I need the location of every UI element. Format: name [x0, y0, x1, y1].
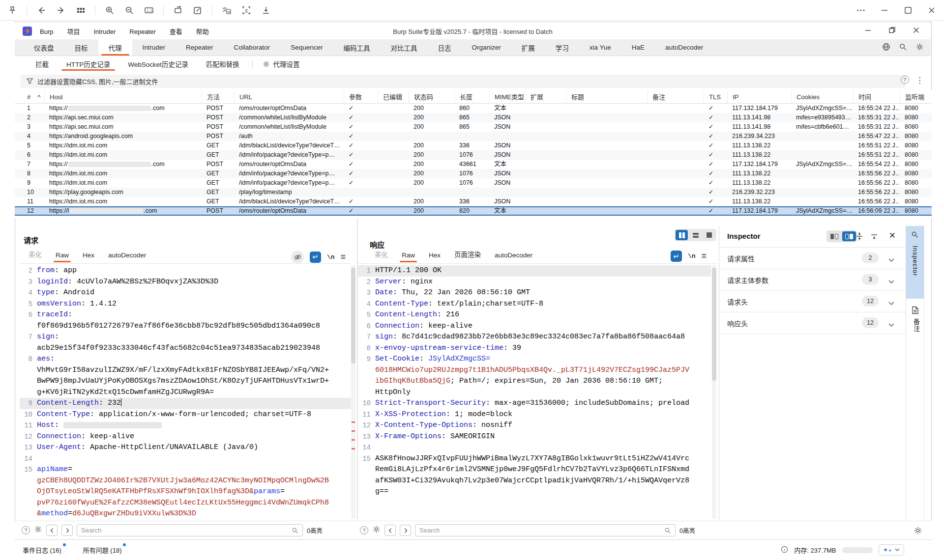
kebab-menu-icon[interactable]: ⋮ [915, 75, 924, 85]
inspector-section-请求主体参数[interactable]: 请求主体参数3 [719, 269, 906, 291]
menu-Burp[interactable]: Burp [40, 28, 53, 35]
history-row-7[interactable]: 7https://.comPOST/oms/router/optOmsData✓… [15, 160, 932, 169]
main-tab-xia Yue[interactable]: xia Yue [579, 39, 621, 56]
request-line-wrap[interactable]: &method=d6JuQBxgwrZHDu9iVXXulw%3D%3D [20, 508, 351, 520]
column-header-TLS[interactable]: TLS [704, 90, 727, 103]
response-tab-Hex[interactable]: Hex [422, 252, 447, 262]
more-icon[interactable] [856, 5, 866, 16]
request-line-wrap[interactable]: OjOTsyLeoStWlRQ5eKATFHbPfRsXFSXhWf9hIOXl… [20, 486, 351, 498]
ai-button[interactable]: ✦✦ [879, 544, 904, 556]
layout-columns-button[interactable] [676, 230, 688, 240]
search-prev-button[interactable] [46, 525, 58, 536]
main-tab-Collaborator[interactable]: Collaborator [224, 39, 281, 56]
chevron-down-icon[interactable] [888, 255, 894, 264]
response-line-wrap[interactable]: RemGi8LAjLzPfx4r6riml2VSMNEjp0weJ9FgQ5Fd… [358, 464, 711, 476]
inspector-section-请求属性[interactable]: 请求属性2 [719, 248, 906, 269]
main-tab-HaE[interactable]: HaE [621, 39, 655, 56]
window-close-icon[interactable] [913, 27, 920, 36]
response-line-wrap[interactable]: afKSW03I+Ci329Avukqh7Lv2p3e07WajcrCCptlp… [358, 476, 711, 487]
response-line-1[interactable]: 1HTTP/1.1 200 OK [358, 265, 711, 277]
inspector-close-icon[interactable]: ✕ [889, 230, 896, 241]
history-row-1[interactable]: 1https://.comPOST/oms/router/optOmsData✓… [15, 104, 932, 113]
help-icon[interactable]: ? [901, 76, 909, 84]
main-tab-学习[interactable]: 学习 [545, 39, 579, 56]
request-line-wrap[interactable]: acb29e15f34f0f9233c333046cf43fac5682c04c… [20, 343, 351, 354]
menu-项目[interactable]: 项目 [67, 28, 80, 35]
request-line-3[interactable]: 3loginId: 4cUVlo7aAW%2BSz%2FBOqvxjZA%3D%… [20, 277, 351, 288]
inspector-section-响应头[interactable]: 响应头12 [719, 312, 906, 334]
response-tab-Raw[interactable]: Raw [395, 252, 422, 262]
back-icon[interactable] [36, 5, 47, 16]
proxy-tab-WebSocket历史记录[interactable]: WebSocket历史记录 [119, 56, 197, 72]
column-header-MIME类型[interactable]: MIME类型 [489, 90, 525, 103]
filter-bar[interactable]: 过滤器设置隐藏CSS, 图片,一般二进制文件 [21, 75, 906, 88]
column-header-Cookies[interactable]: Cookies [791, 90, 853, 103]
column-header-已编辑[interactable]: 已编辑 [378, 90, 409, 103]
response-tab-autoDecoder[interactable]: autoDecoder [488, 252, 539, 262]
request-line-9[interactable]: 9Content-Length: 232 [20, 398, 351, 409]
history-row-9[interactable]: 9https://idm.iot.mi.comGET/idm/info/pack… [15, 178, 932, 188]
request-line-13[interactable]: 13User-Agent: Apache-HttpClient/UNAVAILA… [20, 442, 351, 453]
response-line-wrap[interactable]: g== [358, 486, 711, 498]
main-tab-编码工具[interactable]: 编码工具 [333, 39, 380, 56]
minimize-icon[interactable] [879, 5, 890, 16]
history-row-12[interactable]: 12https://l.comPOST/oms/router/optOmsDat… [15, 206, 932, 216]
gear-icon[interactable] [914, 526, 922, 537]
request-line-8[interactable]: 8aes: [20, 354, 351, 365]
history-row-2[interactable]: 2https://api.sec.miui.comPOST/common/whi… [15, 113, 932, 122]
response-line-12[interactable]: 12X-Content-Type-Options: nosniff [358, 420, 711, 431]
proxy-settings-tab[interactable]: 代理设置 [257, 56, 306, 72]
help-icon[interactable]: ? [22, 526, 30, 534]
request-line-4[interactable]: 4type: Android [20, 287, 351, 299]
editor-menu-icon[interactable]: ≡ [702, 251, 707, 261]
main-tab-代理[interactable]: 代理 [98, 39, 132, 56]
inspector-section-请求头[interactable]: 请求头12 [719, 291, 906, 312]
main-tab-Organizer[interactable]: Organizer [461, 39, 511, 56]
column-header-URL[interactable]: URL [234, 90, 344, 103]
globe-icon[interactable] [882, 43, 890, 53]
column-header-参数[interactable]: 参数 [344, 90, 378, 103]
close-icon[interactable] [926, 5, 937, 16]
history-header-row[interactable]: #^Host方法URL参数已编辑状态码长度MIME类型扩展标题备注TLSIPCo… [15, 90, 932, 104]
history-row-6[interactable]: 6https://idm.iot.mi.comGET/idm/info/pack… [15, 150, 932, 160]
response-line-wrap[interactable]: 6018HMCWio7up2RUJzmpg7t1B1hADU5PbqsXB4Qv… [358, 365, 711, 376]
history-row-10[interactable]: 10https://play.googleapis.comGET/play/lo… [15, 188, 932, 197]
response-line-14[interactable]: 14 [358, 442, 711, 453]
response-tab-页面渲染[interactable]: 页面渲染 [447, 249, 488, 262]
menu-Intruder[interactable]: Intruder [93, 28, 116, 35]
column-header-长度[interactable]: 长度 [454, 90, 489, 103]
response-line-7[interactable]: 7sign: 8c7d41c9cdad9823bb72e6bb83e3c89ec… [358, 332, 711, 343]
request-line-2[interactable]: 2from: app [20, 265, 351, 277]
request-tab-autoDecoder[interactable]: autoDecoder [101, 252, 153, 262]
main-tab-Repeater[interactable]: Repeater [176, 39, 224, 56]
request-line-wrap[interactable]: f0f869d196b5f012726797ea7f86f6e36cbb87bc… [20, 321, 351, 332]
request-line-6[interactable]: 6traceId: [20, 309, 351, 321]
inspector-left-pane-button[interactable] [827, 231, 841, 241]
history-row-11[interactable]: 11https://idm.iot.mi.comGET/idm/blackLis… [15, 197, 932, 206]
request-tab-Hex[interactable]: Hex [76, 252, 101, 262]
chevron-down-icon[interactable] [888, 277, 894, 286]
request-line-wrap[interactable]: gzCBEh8UQDDTZWzJO406Ir%2B7VXUtJjw3a6Moz4… [20, 476, 351, 487]
response-editor[interactable]: 1HTTP/1.1 200 OK2Server: nginx3Date: Thu… [358, 265, 711, 498]
pin-icon[interactable] [7, 5, 18, 16]
main-tab-目标[interactable]: 目标 [64, 39, 98, 56]
editor-menu-icon[interactable]: ≡ [341, 252, 346, 262]
response-line-11[interactable]: 11X-XSS-Protection: 1; mode=block [358, 409, 711, 420]
app-grid-icon[interactable] [75, 5, 86, 16]
inspector-right-pane-button[interactable] [842, 231, 856, 241]
response-line-4[interactable]: 4Content-Type: text/plain;charset=UTF-8 [358, 299, 711, 310]
column-header-方法[interactable]: 方法 [202, 90, 234, 103]
actual-size-icon[interactable]: 1:1 [144, 5, 154, 16]
response-line-wrap[interactable]: HttpOnly [358, 387, 711, 398]
response-line-5[interactable]: 5Content-Length: 216 [358, 309, 711, 321]
response-line-13[interactable]: 13X-Frame-Options: SAMEORIGIN [358, 431, 711, 443]
expand-all-icon[interactable] [870, 232, 878, 243]
gear-icon[interactable] [915, 43, 924, 53]
main-tab-Intruder[interactable]: Intruder [132, 39, 176, 56]
response-line-15[interactable]: 15ASK8fHnowJJRFxQIvpFUUjhWWPiBmalWyzL7XY… [358, 453, 711, 465]
column-header-状态码[interactable]: 状态码 [409, 90, 454, 103]
column-header-Host[interactable]: Host [44, 90, 202, 103]
column-header-备注[interactable]: 备注 [647, 90, 704, 103]
window-minimize-icon[interactable] [864, 27, 872, 36]
column-header-时间[interactable]: 时间 [853, 90, 900, 103]
